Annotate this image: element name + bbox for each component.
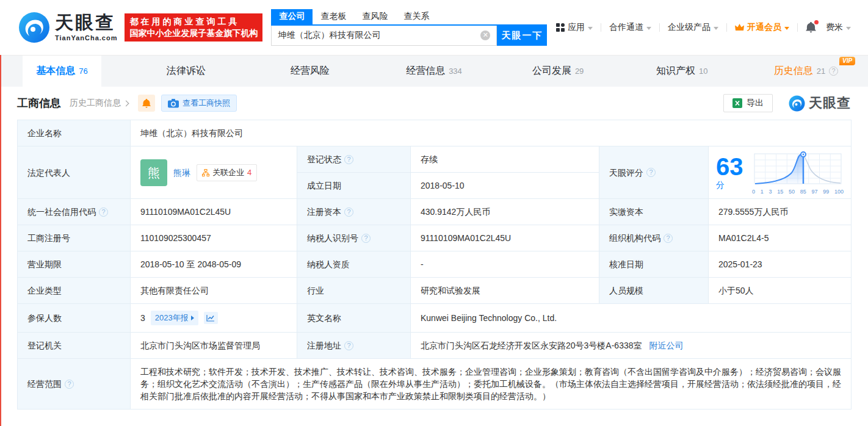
score-value: 63 (716, 153, 743, 180)
field-label-score: 天眼评分 (599, 146, 709, 199)
help-icon[interactable] (829, 67, 838, 76)
business-snapshot-button[interactable]: 查看工商快照 (161, 95, 237, 112)
tab-company-development[interactable]: 公司发展 29 (496, 56, 620, 87)
snapshot-button-label: 查看工商快照 (183, 98, 230, 109)
tab-label: 公司发展 (532, 65, 571, 78)
help-icon[interactable] (344, 341, 353, 350)
field-label-english-name: 英文名称 (297, 304, 411, 333)
slogan-banner: 都在用的商业查询工具 国家中小企业发展子基金旗下机构 (125, 13, 262, 42)
divider (601, 23, 601, 32)
tab-count: 334 (449, 67, 462, 76)
logo-brand: 天眼查 (55, 13, 117, 32)
excel-icon (732, 98, 742, 108)
tab-intellectual-property[interactable]: 知识产权 10 (620, 56, 744, 87)
help-icon[interactable] (65, 380, 74, 389)
help-icon[interactable] (99, 208, 108, 217)
help-icon[interactable] (344, 208, 353, 217)
trend-chart-icon (206, 314, 215, 322)
tab-basic-info[interactable]: 基本信息 76 (0, 56, 124, 87)
tianyancha-logo[interactable]: 天眼查 TianYanCha.com (18, 12, 117, 43)
chevron-right-icon (123, 100, 129, 106)
search-input[interactable] (278, 31, 480, 40)
table-row: 参保人数 3 2023年报 英文名称 Kunwei Beijing Techno… (18, 304, 852, 333)
subscribe-bell-button[interactable] (138, 95, 155, 112)
tab-label: 知识产权 (656, 65, 695, 78)
field-value-paid-capital: 279.5555万人民币 (709, 199, 852, 225)
nav-item-enterprise[interactable]: 企业级产品 (668, 22, 718, 33)
nav-item-partner[interactable]: 合作通道 (609, 22, 651, 33)
nav-user-label: 费米 (826, 22, 843, 33)
tab-legal[interactable]: 法律诉讼 (124, 56, 248, 87)
field-value-staff-size: 小于50人 (709, 278, 852, 304)
table-row: 统一社会信用代码 91110109MA01C2L45U 注册资本 430.914… (18, 199, 852, 225)
divider (659, 23, 660, 32)
divider (726, 23, 727, 32)
logo-domain: TianYanCha.com (55, 35, 117, 42)
table-row: 企业类型 其他有限责任公司 行业 研究和试验发展 人员规模 小于50人 (18, 278, 852, 304)
nearby-companies-link[interactable]: 附近公司 (649, 341, 683, 350)
field-label-staff-size: 人员规模 (599, 278, 709, 304)
related-companies-badge[interactable]: 关联企业 4 (197, 164, 257, 181)
field-value-taxpayer-id: 91110109MA01C2L45U (411, 225, 599, 251)
field-value-reg-number: 110109025300457 (131, 225, 297, 251)
field-label-company-type: 企业类型 (18, 278, 131, 304)
tianyancha-swirl-icon (789, 95, 805, 112)
export-button[interactable]: 导出 (723, 94, 773, 112)
table-row: 企业名称 坤维（北京）科技有限公司 (18, 120, 852, 146)
search-tab-boss[interactable]: 查老板 (313, 9, 354, 24)
nav-item-user[interactable]: 费米 (826, 22, 851, 33)
field-label-reg-status: 登记状态 (297, 146, 411, 173)
field-label-insured: 参保人数 (18, 304, 131, 333)
annual-report-badge[interactable]: 2023年报 (151, 311, 198, 325)
field-label-taxpayer-id: 纳税人识别号 (297, 225, 411, 251)
tab-business-info[interactable]: 经营信息 334 (372, 56, 496, 87)
top-nav: 应用 合作通道 企业级产品 开通会员 (556, 22, 868, 33)
field-value-credit-code: 91110109MA01C2L45U (131, 199, 297, 225)
nav-item-apps[interactable]: 应用 (556, 22, 593, 33)
help-icon[interactable] (361, 234, 371, 243)
divider (797, 23, 798, 32)
notification-bell[interactable] (806, 22, 816, 33)
help-icon[interactable] (344, 155, 353, 164)
watermark-logo: 天眼查 (789, 94, 851, 112)
score-distribution-chart: 01 315 5085 9799 100 (752, 151, 844, 195)
field-value-org-code: MA01C2L4-5 (709, 225, 852, 251)
help-icon[interactable] (646, 168, 656, 177)
related-label: 关联企业 (212, 167, 244, 179)
search-tab-relation[interactable]: 查关系 (396, 9, 437, 24)
business-info-table: 企业名称 坤维（北京）科技有限公司 法定代表人 熊 熊琳 关联企业 4 (17, 120, 852, 410)
field-value-company-name: 坤维（北京）科技有限公司 (131, 120, 852, 146)
insured-trend-button[interactable] (204, 312, 218, 324)
field-label-taxpayer-quality: 纳税人资质 (297, 251, 411, 278)
help-icon[interactable] (664, 234, 673, 243)
search-button[interactable]: 天眼一下 (497, 26, 547, 46)
tab-history-info[interactable]: 历史信息 21 VIP (744, 56, 868, 87)
field-label-legal-rep: 法定代表人 (18, 146, 131, 199)
legal-rep-avatar[interactable]: 熊 (140, 159, 167, 186)
score-axis-labels: 01 315 5085 9799 100 (752, 189, 844, 195)
search-tab-company[interactable]: 查公司 (271, 9, 313, 24)
site-header: 天眼查 TianYanCha.com 都在用的商业查询工具 国家中小企业发展子基… (0, 0, 868, 55)
history-business-info-link[interactable]: 历史工商信息 (70, 98, 128, 109)
field-label-paid-capital: 实缴资本 (599, 199, 709, 225)
field-value-insured: 3 2023年报 (131, 304, 297, 333)
field-value-business-term: 2018-05-10 至 2048-05-09 (131, 251, 297, 278)
nav-item-vip[interactable]: 开通会员 (735, 22, 789, 33)
legal-rep-name-link[interactable]: 熊琳 (173, 167, 190, 179)
tab-operation-risk[interactable]: 经营风险 (248, 56, 372, 87)
nav-enterprise-label: 企业级产品 (668, 22, 711, 33)
field-label-org-code: 组织机构代码 (599, 225, 709, 251)
tab-label: 基本信息 (36, 65, 75, 78)
field-value-reg-capital: 430.9142万人民币 (411, 199, 599, 225)
crown-icon (735, 24, 744, 31)
tab-label: 法律诉讼 (167, 65, 206, 78)
field-label-reg-address: 注册地址 (297, 333, 411, 359)
field-value-english-name: Kunwei Beijing Technology Co., Ltd. (411, 304, 852, 333)
search-tab-risk[interactable]: 查风险 (354, 9, 396, 24)
chevron-down-icon (588, 27, 593, 30)
nav-vip-label: 开通会员 (747, 22, 781, 33)
field-label-business-scope: 经营范围 (18, 359, 131, 410)
table-row: 经营范围 工程和技术研究；软件开发；技术开发、技术推广、技术转让、技术咨询、技术… (18, 359, 852, 410)
clear-icon[interactable]: ✕ (480, 31, 490, 40)
related-count: 4 (247, 167, 251, 179)
